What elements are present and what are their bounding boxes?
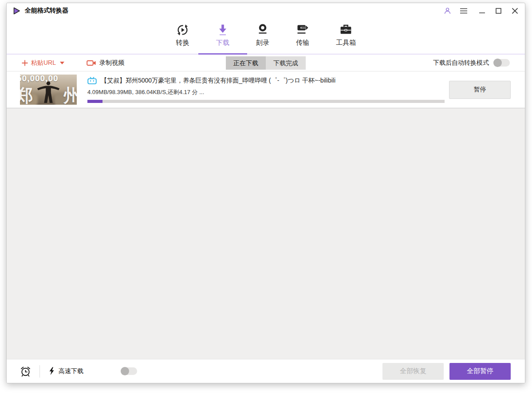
download-item-row: 50,000,00 郑 州 【艾叔】郑州5000万豪宅里，养条巨贵有没有排面_哔… [7,71,525,108]
transfer-icon [296,22,309,37]
menu-icon[interactable] [460,7,468,15]
maximize-icon[interactable] [494,7,502,15]
auto-convert-label: 下载后自动转换模式 [433,59,489,67]
toggle-knob [121,367,129,375]
footer-actions: 全部恢复 全部暂停 [382,363,511,380]
tab-burn[interactable]: 刻录 [256,18,269,54]
footer-divider [39,365,40,378]
minimize-icon[interactable] [478,7,486,15]
bilibili-tv-icon [87,77,97,84]
filter-tab-completed[interactable]: 下载完成 [266,56,306,70]
download-toolbar: 粘贴URL 录制视频 正在下载 下载完成 下载后自动转换模式 [7,55,525,71]
progress-bar [87,100,445,103]
lightning-icon [48,367,55,375]
camera-icon [87,59,96,67]
tab-burn-label: 刻录 [256,39,269,47]
caret-down-icon[interactable] [60,62,64,64]
filter-tab-downloading[interactable]: 正在下载 [226,56,266,70]
main-nav: 转换 下载 刻录 [7,18,525,55]
video-thumbnail: 50,000,00 郑 州 [20,75,77,105]
download-stats: 4.09MB/98.39MB, 386.04KB/S,还剩4.17 分 ... [87,88,445,96]
high-speed-label: 高速下载 [59,367,83,375]
tab-transfer-label: 传输 [296,39,309,47]
account-icon[interactable] [443,7,451,15]
download-filter-tabs: 正在下载 下载完成 [226,56,306,70]
tab-convert[interactable]: 转换 [176,18,189,54]
resume-all-button[interactable]: 全部恢复 [382,363,444,380]
app-title: 全能格式转换器 [25,7,68,15]
thumbnail-char-left: 郑 [20,83,33,105]
thumbnail-price-text: 50,000,00 [20,75,59,83]
app-logo-icon [13,7,20,15]
tab-download-label: 下载 [216,39,229,47]
window-controls [443,7,519,15]
alarm-clock-icon[interactable] [20,366,31,377]
record-video-button[interactable]: 录制视频 [87,59,124,67]
high-speed-control: 高速下载 [48,367,83,375]
thumbnail-char-right: 州 [63,83,77,105]
high-speed-toggle[interactable] [121,367,137,375]
pause-item-button[interactable]: 暂停 [449,81,511,99]
toggle-knob [493,59,502,67]
footer-bar: 高速下载 全部恢复 全部暂停 [7,359,525,383]
auto-convert-toggle[interactable] [493,59,510,67]
titlebar: 全能格式转换器 [7,3,525,18]
download-list-empty-area [7,108,525,359]
tab-toolbox[interactable]: 工具箱 [336,18,356,54]
paste-url-label: 粘贴URL [31,59,56,67]
auto-convert-control: 下载后自动转换模式 [433,59,510,67]
tab-toolbox-label: 工具箱 [336,39,356,47]
progress-bar-fill [87,100,102,103]
toolbox-icon [339,22,353,37]
app-window: 全能格式转换器 [6,3,525,383]
tab-download[interactable]: 下载 [216,18,229,54]
plus-icon [22,60,28,66]
thumbnail-person-silhouette [35,80,62,104]
download-icon [216,22,229,37]
paste-url-button[interactable]: 粘贴URL [22,59,64,67]
burn-icon [256,22,269,37]
tab-transfer[interactable]: 传输 [296,18,309,54]
tab-convert-label: 转换 [176,39,189,47]
pause-all-button[interactable]: 全部暂停 [449,363,511,380]
download-info: 【艾叔】郑州5000万豪宅里，养条巨贵有没有排面_哔哩哔哩 (゜-゜)つロ 干杯… [87,77,445,103]
convert-icon [176,22,189,37]
close-icon[interactable] [511,7,519,15]
download-item-title: 【艾叔】郑州5000万豪宅里，养条巨贵有没有排面_哔哩哔哩 (゜-゜)つロ 干杯… [101,77,335,85]
record-video-label: 录制视频 [99,59,124,67]
